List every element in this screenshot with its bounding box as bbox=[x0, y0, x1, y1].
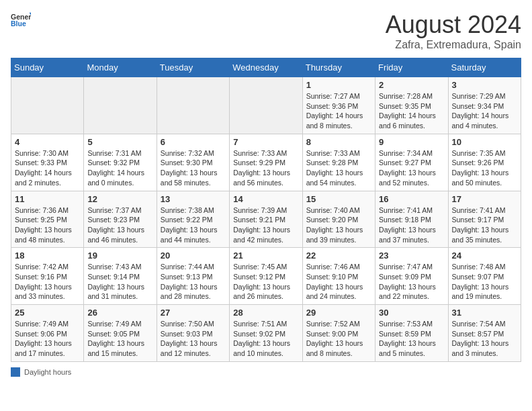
day-number: 16 bbox=[379, 194, 444, 204]
day-number: 17 bbox=[452, 194, 517, 204]
day-info: Sunrise: 7:47 AMSunset: 9:09 PMDaylight:… bbox=[379, 262, 444, 302]
day-cell: 19Sunrise: 7:43 AMSunset: 9:14 PMDayligh… bbox=[84, 248, 157, 305]
day-cell bbox=[157, 77, 229, 134]
header-cell-saturday: Saturday bbox=[448, 58, 521, 77]
title-block: August 2024 Zafra, Extremadura, Spain bbox=[386, 11, 521, 51]
header-row: SundayMondayTuesdayWednesdayThursdayFrid… bbox=[11, 58, 521, 77]
header-cell-wednesday: Wednesday bbox=[230, 58, 302, 77]
day-number: 15 bbox=[306, 194, 371, 204]
legend-color-box bbox=[11, 367, 20, 377]
day-info: Sunrise: 7:49 AMSunset: 9:05 PMDaylight:… bbox=[87, 319, 152, 359]
header-cell-thursday: Thursday bbox=[302, 58, 375, 77]
day-cell bbox=[230, 77, 302, 134]
day-number: 13 bbox=[161, 194, 226, 204]
day-info: Sunrise: 7:33 AMSunset: 9:29 PMDaylight:… bbox=[233, 148, 298, 188]
day-number: 28 bbox=[233, 308, 298, 318]
day-info: Sunrise: 7:38 AMSunset: 9:22 PMDaylight:… bbox=[161, 205, 226, 245]
day-info: Sunrise: 7:52 AMSunset: 9:00 PMDaylight:… bbox=[306, 319, 371, 359]
day-cell: 22Sunrise: 7:46 AMSunset: 9:10 PMDayligh… bbox=[302, 248, 375, 305]
day-number: 25 bbox=[15, 308, 80, 318]
week-row-4: 18Sunrise: 7:42 AMSunset: 9:16 PMDayligh… bbox=[11, 248, 521, 305]
day-number: 5 bbox=[87, 137, 152, 147]
day-info: Sunrise: 7:50 AMSunset: 9:03 PMDaylight:… bbox=[161, 319, 226, 359]
day-info: Sunrise: 7:27 AMSunset: 9:36 PMDaylight:… bbox=[306, 91, 371, 131]
day-cell: 11Sunrise: 7:36 AMSunset: 9:25 PMDayligh… bbox=[11, 191, 84, 248]
day-info: Sunrise: 7:54 AMSunset: 8:57 PMDaylight:… bbox=[452, 319, 517, 359]
week-row-5: 25Sunrise: 7:49 AMSunset: 9:06 PMDayligh… bbox=[11, 305, 521, 362]
day-cell: 31Sunrise: 7:54 AMSunset: 8:57 PMDayligh… bbox=[448, 305, 521, 362]
day-info: Sunrise: 7:45 AMSunset: 9:12 PMDaylight:… bbox=[233, 262, 298, 302]
day-cell: 14Sunrise: 7:39 AMSunset: 9:21 PMDayligh… bbox=[230, 191, 302, 248]
logo-icon: General Blue bbox=[11, 11, 31, 30]
day-number: 21 bbox=[233, 250, 298, 261]
day-number: 18 bbox=[15, 250, 80, 261]
day-info: Sunrise: 7:29 AMSunset: 9:34 PMDaylight:… bbox=[452, 91, 517, 131]
day-number: 24 bbox=[452, 250, 517, 261]
header-cell-monday: Monday bbox=[84, 58, 157, 77]
svg-text:Blue: Blue bbox=[11, 19, 26, 28]
day-info: Sunrise: 7:42 AMSunset: 9:16 PMDaylight:… bbox=[15, 262, 80, 302]
subtitle: Zafra, Extremadura, Spain bbox=[386, 39, 521, 51]
day-number: 23 bbox=[379, 250, 444, 261]
day-info: Sunrise: 7:32 AMSunset: 9:30 PMDaylight:… bbox=[161, 148, 226, 188]
day-cell: 4Sunrise: 7:30 AMSunset: 9:33 PMDaylight… bbox=[11, 134, 84, 191]
day-info: Sunrise: 7:37 AMSunset: 9:23 PMDaylight:… bbox=[87, 205, 152, 245]
header-cell-tuesday: Tuesday bbox=[157, 58, 229, 77]
day-info: Sunrise: 7:40 AMSunset: 9:20 PMDaylight:… bbox=[306, 205, 371, 245]
day-number: 9 bbox=[379, 137, 444, 147]
day-info: Sunrise: 7:48 AMSunset: 9:07 PMDaylight:… bbox=[452, 262, 517, 302]
day-info: Sunrise: 7:44 AMSunset: 9:13 PMDaylight:… bbox=[161, 262, 226, 302]
main-title: August 2024 bbox=[386, 11, 521, 39]
day-cell: 21Sunrise: 7:45 AMSunset: 9:12 PMDayligh… bbox=[230, 248, 302, 305]
day-number: 20 bbox=[161, 250, 226, 261]
day-info: Sunrise: 7:41 AMSunset: 9:17 PMDaylight:… bbox=[452, 205, 517, 245]
day-cell: 30Sunrise: 7:53 AMSunset: 8:59 PMDayligh… bbox=[375, 305, 448, 362]
week-row-3: 11Sunrise: 7:36 AMSunset: 9:25 PMDayligh… bbox=[11, 191, 521, 248]
day-number: 26 bbox=[87, 308, 152, 318]
day-info: Sunrise: 7:28 AMSunset: 9:35 PMDaylight:… bbox=[379, 91, 444, 131]
day-number: 3 bbox=[452, 80, 517, 90]
calendar-header: SundayMondayTuesdayWednesdayThursdayFrid… bbox=[11, 58, 521, 77]
day-info: Sunrise: 7:31 AMSunset: 9:32 PMDaylight:… bbox=[87, 148, 152, 188]
day-cell: 27Sunrise: 7:50 AMSunset: 9:03 PMDayligh… bbox=[157, 305, 229, 362]
day-cell: 5Sunrise: 7:31 AMSunset: 9:32 PMDaylight… bbox=[84, 134, 157, 191]
day-cell: 20Sunrise: 7:44 AMSunset: 9:13 PMDayligh… bbox=[157, 248, 229, 305]
legend-label: Daylight hours bbox=[24, 368, 71, 376]
header-cell-friday: Friday bbox=[375, 58, 448, 77]
week-row-2: 4Sunrise: 7:30 AMSunset: 9:33 PMDaylight… bbox=[11, 134, 521, 191]
day-cell: 18Sunrise: 7:42 AMSunset: 9:16 PMDayligh… bbox=[11, 248, 84, 305]
day-info: Sunrise: 7:35 AMSunset: 9:26 PMDaylight:… bbox=[452, 148, 517, 188]
calendar-table: SundayMondayTuesdayWednesdayThursdayFrid… bbox=[11, 58, 521, 362]
header: General Blue August 2024 Zafra, Extremad… bbox=[11, 11, 521, 51]
day-info: Sunrise: 7:39 AMSunset: 9:21 PMDaylight:… bbox=[233, 205, 298, 245]
calendar-body: 1Sunrise: 7:27 AMSunset: 9:36 PMDaylight… bbox=[11, 77, 521, 362]
day-cell: 28Sunrise: 7:51 AMSunset: 9:02 PMDayligh… bbox=[230, 305, 302, 362]
day-cell: 26Sunrise: 7:49 AMSunset: 9:05 PMDayligh… bbox=[84, 305, 157, 362]
day-number: 10 bbox=[452, 137, 517, 147]
day-cell: 1Sunrise: 7:27 AMSunset: 9:36 PMDaylight… bbox=[302, 77, 375, 134]
day-cell: 2Sunrise: 7:28 AMSunset: 9:35 PMDaylight… bbox=[375, 77, 448, 134]
day-cell: 9Sunrise: 7:34 AMSunset: 9:27 PMDaylight… bbox=[375, 134, 448, 191]
day-number: 14 bbox=[233, 194, 298, 204]
day-info: Sunrise: 7:43 AMSunset: 9:14 PMDaylight:… bbox=[87, 262, 152, 302]
day-cell: 17Sunrise: 7:41 AMSunset: 9:17 PMDayligh… bbox=[448, 191, 521, 248]
day-number: 8 bbox=[306, 137, 371, 147]
day-cell bbox=[84, 77, 157, 134]
day-number: 6 bbox=[161, 137, 226, 147]
day-cell: 24Sunrise: 7:48 AMSunset: 9:07 PMDayligh… bbox=[448, 248, 521, 305]
day-info: Sunrise: 7:53 AMSunset: 8:59 PMDaylight:… bbox=[379, 319, 444, 359]
day-cell: 6Sunrise: 7:32 AMSunset: 9:30 PMDaylight… bbox=[157, 134, 229, 191]
day-info: Sunrise: 7:41 AMSunset: 9:18 PMDaylight:… bbox=[379, 205, 444, 245]
day-cell: 10Sunrise: 7:35 AMSunset: 9:26 PMDayligh… bbox=[448, 134, 521, 191]
day-number: 2 bbox=[379, 80, 444, 90]
day-info: Sunrise: 7:33 AMSunset: 9:28 PMDaylight:… bbox=[306, 148, 371, 188]
day-info: Sunrise: 7:46 AMSunset: 9:10 PMDaylight:… bbox=[306, 262, 371, 302]
day-number: 27 bbox=[161, 308, 226, 318]
day-info: Sunrise: 7:34 AMSunset: 9:27 PMDaylight:… bbox=[379, 148, 444, 188]
day-number: 11 bbox=[15, 194, 80, 204]
day-number: 31 bbox=[452, 308, 517, 318]
day-info: Sunrise: 7:49 AMSunset: 9:06 PMDaylight:… bbox=[15, 319, 80, 359]
day-cell: 8Sunrise: 7:33 AMSunset: 9:28 PMDaylight… bbox=[302, 134, 375, 191]
day-info: Sunrise: 7:51 AMSunset: 9:02 PMDaylight:… bbox=[233, 319, 298, 359]
day-number: 19 bbox=[87, 250, 152, 261]
